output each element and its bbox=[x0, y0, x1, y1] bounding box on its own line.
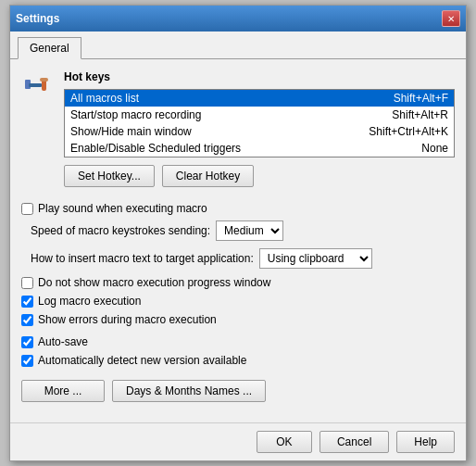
insert-select[interactable]: Using clipboard Using keystrokes bbox=[259, 248, 372, 269]
hotkey-action-1: Start/stop macro recording bbox=[65, 107, 325, 123]
play-sound-row: Play sound when executing macro bbox=[21, 202, 455, 215]
close-button[interactable]: ✕ bbox=[442, 10, 460, 27]
auto-save-checkbox[interactable] bbox=[21, 336, 33, 348]
tab-bar: General bbox=[10, 31, 466, 59]
auto-detect-label: Automatically detect new version availab… bbox=[38, 354, 246, 367]
hotkey-action-3: Enable/Disable Scheduled triggers bbox=[65, 140, 325, 157]
help-button[interactable]: Help bbox=[396, 431, 455, 453]
content-area: Hot keys All macros list Shift+Alt+F Sta… bbox=[10, 59, 466, 422]
set-hotkey-button[interactable]: Set Hotkey... bbox=[64, 165, 155, 187]
show-errors-row: Show errors during macro execution bbox=[21, 313, 455, 326]
speed-select[interactable]: Medium Slow Fast bbox=[216, 220, 283, 241]
insert-row: How to insert macro text to target appli… bbox=[31, 248, 455, 269]
log-execution-checkbox[interactable] bbox=[21, 296, 33, 308]
insert-label: How to insert macro text to target appli… bbox=[31, 252, 254, 265]
speed-row: Speed of macro keystrokes sending: Mediu… bbox=[31, 220, 455, 241]
hotkey-shortcut-2: Shift+Ctrl+Alt+K bbox=[324, 123, 454, 140]
ok-button[interactable]: OK bbox=[257, 431, 312, 453]
auto-detect-row: Automatically detect new version availab… bbox=[21, 354, 455, 367]
show-errors-label: Show errors during macro execution bbox=[38, 313, 217, 326]
hotkeys-section-label: Hot keys bbox=[64, 70, 455, 83]
window-title: Settings bbox=[16, 12, 59, 25]
auto-save-row: Auto-save bbox=[21, 335, 455, 348]
speed-label: Speed of macro keystrokes sending: bbox=[31, 224, 210, 237]
bottom-button-bar: OK Cancel Help bbox=[10, 422, 466, 460]
hotkey-row-0[interactable]: All macros list Shift+Alt+F bbox=[65, 90, 455, 107]
play-sound-checkbox[interactable] bbox=[21, 203, 33, 215]
svg-rect-3 bbox=[40, 78, 48, 82]
more-button[interactable]: More ... bbox=[21, 380, 105, 402]
app-icon bbox=[21, 70, 55, 104]
no-progress-row: Do not show macro execution progress win… bbox=[21, 276, 455, 289]
title-bar: Settings ✕ bbox=[10, 6, 466, 31]
auto-detect-checkbox[interactable] bbox=[21, 355, 33, 367]
no-progress-checkbox[interactable] bbox=[21, 277, 33, 289]
tab-general[interactable]: General bbox=[18, 37, 81, 59]
hotkey-action-2: Show/Hide main window bbox=[65, 123, 325, 140]
settings-window: Settings ✕ General Hot keys bbox=[9, 5, 467, 461]
no-progress-label: Do not show macro execution progress win… bbox=[38, 276, 270, 289]
title-bar-controls: ✕ bbox=[442, 10, 460, 27]
hotkey-action-0: All macros list bbox=[65, 90, 325, 107]
log-execution-row: Log macro execution bbox=[21, 295, 455, 308]
hotkey-row-2[interactable]: Show/Hide main window Shift+Ctrl+Alt+K bbox=[65, 123, 455, 140]
play-sound-label: Play sound when executing macro bbox=[38, 202, 207, 215]
hotkey-shortcut-1: Shift+Alt+R bbox=[324, 107, 454, 123]
hotkeys-table: All macros list Shift+Alt+F Start/stop m… bbox=[64, 89, 455, 157]
hotkey-row-3[interactable]: Enable/Disable Scheduled triggers None bbox=[65, 140, 455, 157]
hotkey-row-1[interactable]: Start/stop macro recording Shift+Alt+R bbox=[65, 107, 455, 123]
days-months-button[interactable]: Days & Months Names ... bbox=[112, 380, 266, 402]
hotkey-buttons: Set Hotkey... Clear Hotkey bbox=[64, 165, 455, 187]
cancel-button[interactable]: Cancel bbox=[319, 431, 389, 453]
clear-hotkey-button[interactable]: Clear Hotkey bbox=[162, 165, 254, 187]
show-errors-checkbox[interactable] bbox=[21, 314, 33, 326]
log-execution-label: Log macro execution bbox=[38, 295, 141, 308]
svg-rect-1 bbox=[29, 83, 42, 87]
extra-buttons-row: More ... Days & Months Names ... bbox=[21, 380, 455, 402]
auto-save-label: Auto-save bbox=[38, 335, 88, 348]
hotkey-shortcut-0: Shift+Alt+F bbox=[324, 90, 454, 107]
hotkey-shortcut-3: None bbox=[324, 140, 454, 157]
